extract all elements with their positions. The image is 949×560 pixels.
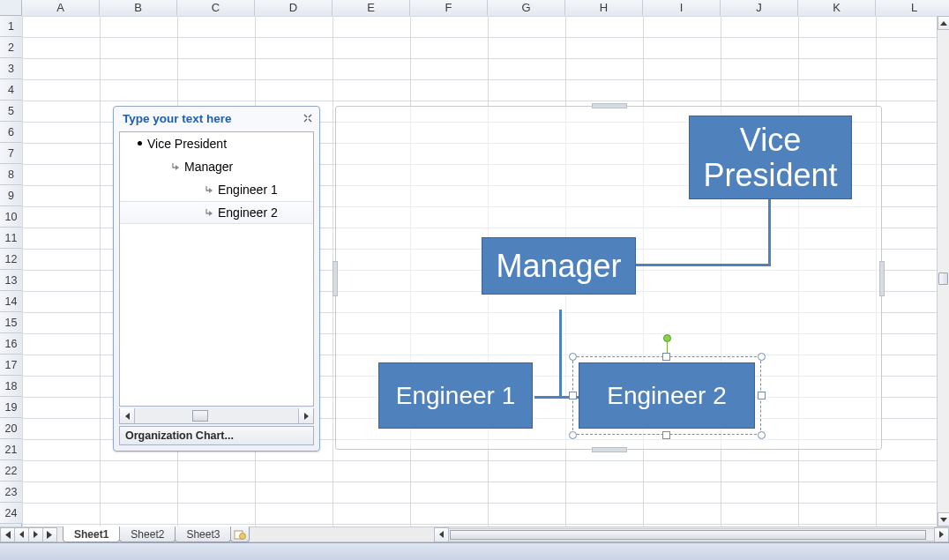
row-header[interactable]: 19	[0, 397, 22, 418]
node-engineer1[interactable]: Engineer 1	[378, 362, 533, 429]
text-pane-list[interactable]: Vice PresidentManagerEngineer 1Engineer …	[119, 131, 314, 407]
resize-handle-sw[interactable]	[569, 431, 577, 439]
column-header[interactable]: A	[22, 0, 100, 16]
column-header[interactable]: I	[643, 0, 721, 16]
row-header[interactable]: 2	[0, 37, 22, 58]
row-header[interactable]: 8	[0, 164, 22, 185]
tab-nav-next[interactable]	[28, 527, 43, 542]
canvas-handle-right[interactable]	[879, 261, 885, 296]
row-header[interactable]: 4	[0, 79, 22, 101]
canvas-handle-top[interactable]	[592, 103, 627, 108]
resize-handle-n[interactable]	[662, 353, 670, 361]
new-sheet-icon	[234, 529, 246, 540]
row-header[interactable]: 10	[0, 206, 22, 228]
hscroll-track[interactable]	[449, 528, 934, 541]
resize-handle-s[interactable]	[662, 431, 670, 439]
sheet-tab[interactable]: Sheet2	[119, 526, 176, 542]
text-pane-item[interactable]: Vice President	[120, 132, 313, 155]
scroll-left-button[interactable]	[120, 408, 135, 423]
svg-point-1	[240, 533, 246, 539]
text-pane-item[interactable]: Engineer 2	[120, 201, 313, 224]
column-header[interactable]: K	[798, 0, 876, 16]
scroll-thumb[interactable]	[938, 273, 948, 285]
row-header[interactable]: 23	[0, 482, 22, 503]
smartart-canvas[interactable]: Vice President Manager Engineer 1 Engine…	[335, 106, 882, 450]
smartart-text-pane[interactable]: Type your text here Vice PresidentManage…	[113, 106, 320, 452]
resize-handle-se[interactable]	[758, 431, 766, 439]
hscroll-left-button[interactable]	[434, 527, 449, 542]
row-header[interactable]: 11	[0, 228, 22, 249]
text-pane-item[interactable]: Manager	[120, 155, 313, 178]
column-header[interactable]: D	[255, 0, 333, 16]
scroll-down-button[interactable]	[938, 512, 949, 526]
sheet-tab[interactable]: Sheet1	[63, 526, 120, 542]
column-header[interactable]: F	[410, 0, 488, 16]
column-header[interactable]: C	[177, 0, 255, 16]
new-sheet-tab[interactable]	[230, 526, 250, 542]
tab-nav-first[interactable]	[0, 527, 15, 542]
select-all-corner[interactable]	[0, 0, 22, 16]
selection-outline	[572, 356, 761, 435]
row-header[interactable]: 18	[0, 376, 22, 397]
row-header[interactable]: 6	[0, 122, 22, 143]
text-pane-footer[interactable]: Organization Chart...	[119, 426, 314, 445]
rotate-handle[interactable]	[663, 334, 671, 342]
resize-handle-e[interactable]	[758, 392, 766, 399]
column-header[interactable]: B	[100, 0, 177, 16]
close-icon[interactable]	[302, 112, 314, 124]
canvas-handle-bottom[interactable]	[592, 447, 627, 452]
row-header[interactable]: 5	[0, 101, 22, 122]
text-pane-header: Type your text here	[114, 107, 319, 130]
row-header[interactable]: 16	[0, 333, 22, 355]
child-arrow-icon	[171, 162, 180, 171]
row-header[interactable]: 9	[0, 185, 22, 206]
resize-handle-ne[interactable]	[758, 353, 766, 361]
row-header[interactable]: 14	[0, 291, 22, 312]
connector	[559, 310, 562, 398]
row-header[interactable]: 22	[0, 460, 22, 482]
node-manager[interactable]: Manager	[482, 237, 636, 295]
row-header[interactable]: 3	[0, 58, 22, 79]
column-header[interactable]: J	[721, 0, 798, 16]
column-header[interactable]: G	[488, 0, 565, 16]
column-header[interactable]: E	[333, 0, 410, 16]
column-header[interactable]: H	[565, 0, 643, 16]
text-pane-item-label: Engineer 2	[218, 205, 278, 220]
scroll-thumb[interactable]	[192, 410, 208, 422]
tab-nav-prev[interactable]	[14, 527, 29, 542]
canvas-handle-left[interactable]	[333, 261, 338, 296]
text-pane-item[interactable]: Engineer 1	[120, 178, 313, 201]
column-header[interactable]: L	[876, 0, 949, 16]
connector	[768, 199, 771, 265]
scroll-right-button[interactable]	[298, 408, 313, 423]
text-pane-title: Type your text here	[123, 112, 232, 125]
row-header[interactable]: 24	[0, 503, 22, 524]
text-pane-item-label: Manager	[184, 160, 233, 174]
status-bar	[0, 542, 949, 560]
vertical-scrollbar[interactable]	[937, 16, 949, 526]
connector	[636, 264, 771, 266]
row-header[interactable]: 20	[0, 418, 22, 439]
row-header[interactable]: 7	[0, 143, 22, 164]
resize-handle-w[interactable]	[569, 392, 577, 399]
row-header[interactable]: 17	[0, 355, 22, 376]
column-headers: ABCDEFGHIJKL	[0, 0, 937, 16]
scroll-up-button[interactable]	[938, 16, 949, 30]
scroll-track[interactable]	[938, 30, 949, 512]
row-header[interactable]: 15	[0, 312, 22, 333]
resize-handle-nw[interactable]	[569, 353, 577, 361]
row-header[interactable]: 21	[0, 439, 22, 460]
row-header[interactable]: 1	[0, 16, 22, 37]
text-pane-item-label: Vice President	[147, 137, 227, 151]
text-pane-scrollbar[interactable]	[119, 408, 314, 424]
sheet-tabs: Sheet1Sheet2Sheet3	[63, 526, 249, 542]
text-pane-item-label: Engineer 1	[218, 183, 278, 197]
hscroll-right-button[interactable]	[934, 527, 949, 542]
node-vp[interactable]: Vice President	[689, 116, 852, 199]
row-header[interactable]: 13	[0, 270, 22, 291]
bottom-bar: Sheet1Sheet2Sheet3	[0, 526, 949, 560]
tab-nav-last[interactable]	[42, 527, 57, 542]
hscroll-thumb[interactable]	[450, 530, 926, 540]
row-header[interactable]: 12	[0, 249, 22, 270]
sheet-tab[interactable]: Sheet3	[175, 526, 231, 542]
